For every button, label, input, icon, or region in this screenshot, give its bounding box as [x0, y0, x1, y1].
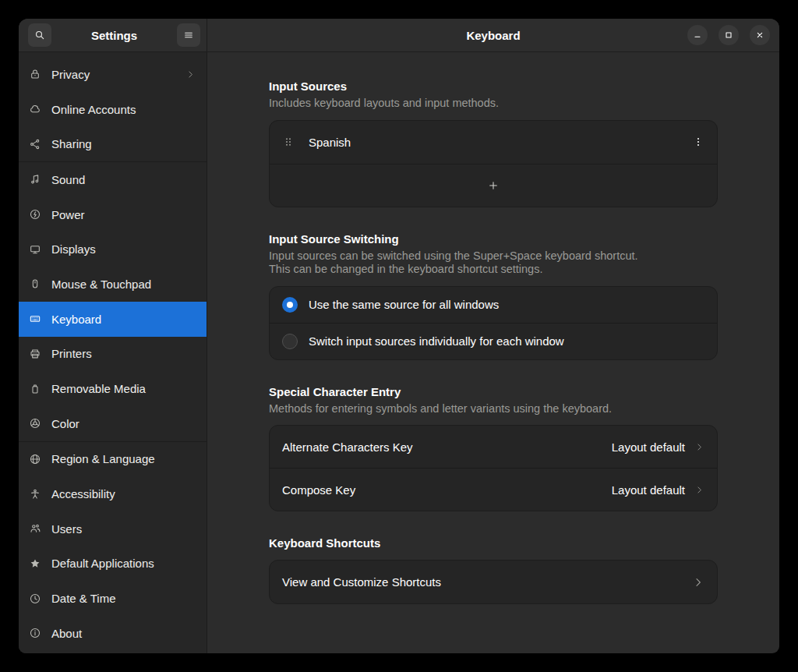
- sidebar-item-label: Default Applications: [51, 557, 154, 570]
- section-keyboard-shortcuts: Keyboard Shortcuts View and Customize Sh…: [269, 536, 718, 604]
- sidebar-item-label: Users: [51, 522, 82, 536]
- drag-handle-icon[interactable]: [282, 136, 295, 148]
- sidebar-item-label: Color: [51, 417, 79, 430]
- section-description: Input sources can be switched using the …: [269, 249, 718, 277]
- keyboard-shortcuts-card: View and Customize Shortcuts: [269, 560, 718, 604]
- sidebar-item-displays[interactable]: Displays: [19, 232, 207, 267]
- sidebar-item-label: Sharing: [51, 137, 92, 150]
- sidebar-item-label: Date & Time: [51, 592, 116, 605]
- users-icon: [29, 522, 41, 535]
- section-description: Methods for entering symbols and letter …: [269, 402, 718, 416]
- sidebar-item-about[interactable]: About: [19, 616, 207, 651]
- sidebar-item-date-time[interactable]: Date & Time: [19, 581, 207, 616]
- close-button[interactable]: [750, 25, 770, 45]
- privacy-lock-icon: [29, 68, 41, 80]
- section-title-input-sources: Input Sources: [269, 80, 718, 94]
- main-content: Input Sources Includes keyboard layouts …: [207, 52, 779, 653]
- input-sources-card: Spanish: [269, 120, 718, 207]
- section-title-special-character-entry: Special Character Entry: [269, 385, 718, 399]
- row-value: Layout default: [612, 440, 685, 454]
- date-time-icon: [29, 592, 41, 605]
- radio-option-per-window[interactable]: Switch input sources individually for ea…: [270, 324, 717, 359]
- keyboard-icon: [29, 313, 41, 325]
- search-button[interactable]: [28, 23, 51, 47]
- row-value: Layout default: [612, 483, 685, 497]
- about-icon: [29, 627, 41, 639]
- sidebar-item-removable-media[interactable]: Removable Media: [19, 371, 207, 406]
- sidebar-item-label: Printers: [51, 347, 92, 360]
- power-icon: [29, 208, 41, 221]
- sharing-icon: [29, 138, 41, 150]
- chevron-right-icon: [694, 442, 704, 452]
- sidebar-item-sound[interactable]: Sound: [19, 162, 207, 197]
- maximize-button[interactable]: [719, 25, 739, 45]
- input-source-label: Spanish: [309, 136, 351, 149]
- sidebar-item-label: Region & Language: [51, 452, 155, 465]
- sidebar-item-label: Power: [51, 208, 85, 221]
- minimize-icon: [691, 29, 704, 41]
- input-source-row-spanish[interactable]: Spanish: [270, 121, 717, 164]
- row-label: Compose Key: [282, 483, 355, 497]
- sidebar-item-label: Privacy: [51, 68, 90, 81]
- sidebar-item-printers[interactable]: Printers: [19, 337, 207, 372]
- sidebar-item-online-accounts[interactable]: Online Accounts: [19, 92, 207, 127]
- sound-icon: [29, 173, 41, 186]
- menu-button[interactable]: [177, 23, 200, 47]
- section-title-input-source-switching: Input Source Switching: [269, 232, 718, 246]
- sidebar-item-label: Accessibility: [51, 487, 115, 500]
- region-language-icon: [29, 453, 41, 465]
- sidebar-item-label: Mouse & Touchpad: [51, 278, 151, 291]
- sidebar-item-color[interactable]: Color: [19, 406, 207, 441]
- section-input-source-switching: Input Source Switching Input sources can…: [269, 232, 718, 360]
- view-customize-shortcuts-row[interactable]: View and Customize Shortcuts: [270, 561, 717, 603]
- settings-title: Settings: [51, 29, 177, 42]
- maximize-icon: [722, 29, 735, 41]
- sidebar-item-keyboard[interactable]: Keyboard: [19, 302, 207, 337]
- sidebar-item-label: Keyboard: [51, 313, 101, 326]
- chevron-right-icon: [692, 576, 704, 589]
- minimize-button[interactable]: [687, 25, 708, 45]
- special-character-card: Alternate Characters Key Layout default …: [269, 425, 718, 511]
- chevron-right-icon: [185, 69, 196, 80]
- sidebar-item-label: Sound: [51, 173, 85, 186]
- sidebar-item-region-language[interactable]: Region & Language: [19, 442, 207, 477]
- row-label: Alternate Characters Key: [282, 440, 413, 454]
- sidebar-item-privacy[interactable]: Privacy: [19, 57, 207, 92]
- sidebar-headerbar: Settings: [19, 19, 207, 52]
- settings-window: Settings Keyboard PrivacyOnline Accounts…: [19, 19, 779, 653]
- sidebar-item-accessibility[interactable]: Accessibility: [19, 476, 207, 511]
- alternate-characters-key-row[interactable]: Alternate Characters Key Layout default: [270, 426, 717, 468]
- sidebar-item-mouse-touchpad[interactable]: Mouse & Touchpad: [19, 267, 207, 302]
- compose-key-row[interactable]: Compose Key Layout default: [270, 469, 717, 511]
- default-applications-icon: [29, 557, 41, 570]
- sidebar-item-label: Online Accounts: [51, 103, 136, 116]
- section-description: Includes keyboard layouts and input meth…: [269, 97, 718, 111]
- color-icon: [29, 417, 41, 430]
- menu-icon: [182, 29, 195, 41]
- radio-option-same-source[interactable]: Use the same source for all windows: [270, 287, 717, 323]
- plus-icon: [487, 179, 500, 192]
- radio-option-label: Switch input sources individually for ea…: [309, 334, 564, 348]
- sidebar-item-label: Removable Media: [51, 382, 146, 395]
- switching-options-card: Use the same source for all windows Swit…: [269, 286, 718, 360]
- sidebar-item-sharing[interactable]: Sharing: [19, 126, 207, 161]
- radio-button[interactable]: [282, 334, 298, 349]
- close-icon: [754, 29, 766, 41]
- sidebar-item-default-applications[interactable]: Default Applications: [19, 546, 207, 582]
- section-title-keyboard-shortcuts: Keyboard Shortcuts: [269, 536, 718, 550]
- radio-button[interactable]: [282, 297, 298, 313]
- sidebar-item-power[interactable]: Power: [19, 197, 207, 232]
- search-icon: [34, 29, 46, 41]
- chevron-right-icon: [694, 485, 704, 495]
- row-label: View and Customize Shortcuts: [282, 575, 441, 589]
- add-input-source-button[interactable]: [270, 164, 717, 207]
- main-headerbar: Keyboard: [207, 19, 779, 52]
- kebab-menu-icon[interactable]: [692, 136, 704, 148]
- sidebar-item-users[interactable]: Users: [19, 511, 207, 546]
- sidebar-item-label: Displays: [51, 242, 96, 256]
- window-controls: [687, 19, 770, 51]
- sidebar-item-label: About: [51, 627, 82, 640]
- mouse-touchpad-icon: [29, 278, 41, 290]
- displays-icon: [29, 243, 41, 256]
- section-input-sources: Input Sources Includes keyboard layouts …: [269, 80, 718, 207]
